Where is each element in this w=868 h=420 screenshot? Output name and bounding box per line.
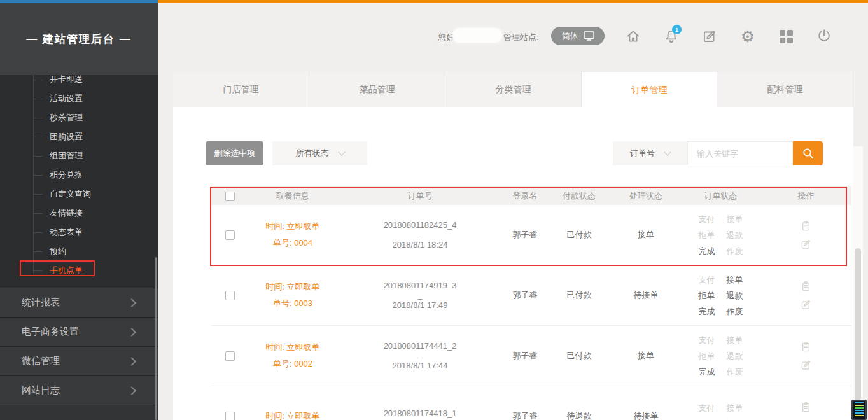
process-status: 待接单 — [611, 410, 681, 420]
select-all-checkbox[interactable] — [225, 192, 235, 201]
sidebar-menu-item[interactable]: 团购设置 — [0, 127, 158, 146]
sidebar-menu-item-label: 秒杀管理 — [50, 113, 83, 122]
chevron-right-icon — [127, 386, 136, 395]
language-label: 简体 — [562, 31, 578, 42]
sidebar-section[interactable]: 电子商务设置 — [0, 317, 158, 346]
row-checkbox[interactable] — [225, 291, 235, 300]
clipboard-icon[interactable] — [799, 340, 813, 354]
pickup-time: 时间: 立即取单 — [248, 339, 337, 356]
tab[interactable]: 配料管理 — [717, 72, 853, 107]
tab[interactable]: 菜品管理 — [309, 72, 445, 107]
sidebar-menu-item[interactable]: 组团管理 — [0, 146, 158, 165]
order-number-wrap: _ — [337, 293, 503, 298]
sidebar-menu-item-label: 手机点单 — [50, 265, 83, 275]
row-checkbox[interactable] — [225, 230, 235, 240]
page-scrollbar-thumb[interactable] — [855, 248, 861, 401]
status-link[interactable]: 完成 — [698, 364, 716, 380]
tab[interactable]: 分类管理 — [445, 72, 582, 107]
process-status: 接单 — [611, 229, 681, 241]
search-button[interactable] — [793, 141, 823, 165]
status-link[interactable]: 作废 — [726, 304, 744, 319]
status-link[interactable]: 拒单 — [698, 416, 716, 420]
keyword-input[interactable] — [687, 141, 793, 165]
greeting-text: 您好 — [438, 32, 454, 43]
status-link[interactable]: 接单 — [726, 400, 744, 416]
status-link[interactable]: 退款 — [726, 288, 744, 304]
compose-icon[interactable] — [701, 28, 718, 45]
status-link[interactable]: 完成 — [698, 243, 716, 259]
clipboard-icon[interactable] — [799, 401, 813, 414]
order-status-links: 支付接单拒单退款完成作废 — [681, 332, 760, 380]
pickup-number: 单号: 0002 — [248, 356, 337, 372]
status-link[interactable]: 退款 — [726, 348, 744, 364]
status-link[interactable]: 接单 — [726, 211, 744, 227]
chevron-down-icon — [664, 148, 671, 155]
grid-icon[interactable] — [778, 28, 794, 45]
edit-icon[interactable] — [799, 298, 813, 311]
sidebar-menu-item[interactable]: 手机点单 — [0, 261, 158, 280]
status-link[interactable]: 支付 — [698, 400, 716, 416]
sidebar: — 建站管理后台 — 开卡即送活动设置秒杀管理团购设置组团管理积分兑换自定义查询… — [0, 3, 158, 420]
sidebar-menu-item[interactable]: 友情链接 — [0, 204, 158, 223]
status-filter-select[interactable]: 所有状态 — [272, 141, 367, 165]
tab[interactable]: 订单管理 — [582, 72, 717, 108]
delete-selected-button[interactable]: 删除选中项 — [206, 141, 263, 165]
sidebar-section[interactable]: 统计报表 — [0, 288, 158, 317]
row-checkbox[interactable] — [225, 351, 235, 361]
sidebar-menu-item[interactable]: 动态表单 — [0, 223, 158, 242]
edit-icon[interactable] — [799, 358, 813, 372]
edit-icon[interactable] — [799, 237, 813, 251]
sidebar-menu-item-label: 组团管理 — [50, 151, 83, 160]
status-link[interactable]: 支付 — [698, 211, 716, 227]
status-link[interactable]: 作废 — [726, 364, 744, 380]
sidebar-menu-item[interactable]: 积分兑换 — [0, 165, 158, 185]
table-body: 时间: 立即取单 单号: 0004 20180801182425_4 _ 201… — [211, 205, 851, 420]
process-status: 待接单 — [611, 290, 681, 301]
login-name: 郭子睿 — [503, 229, 547, 241]
sidebar-menu-item[interactable]: 预约 — [0, 242, 158, 261]
sidebar-menu-item[interactable]: 自定义查询 — [0, 185, 158, 204]
clipboard-icon[interactable] — [799, 280, 813, 293]
color-bars-widget — [851, 400, 867, 420]
search-field-value: 订单号 — [630, 148, 655, 159]
row-checkbox[interactable] — [225, 412, 235, 420]
status-link[interactable]: 接单 — [726, 332, 744, 348]
sidebar-scrollbar-thumb[interactable] — [155, 257, 157, 420]
order-status-links: 支付接单拒单退款完成作废 — [681, 272, 760, 319]
gear-icon[interactable]: ⚙ — [739, 28, 756, 45]
column-header: 操作 — [760, 190, 851, 202]
status-link[interactable]: 退款 — [726, 416, 744, 420]
sidebar-section[interactable]: 微信管理 — [0, 346, 158, 375]
sidebar-menu-item[interactable]: 秒杀管理 — [0, 108, 158, 127]
orders-table: 取餐信息 订单号 登录名 付款状态 处理状态 订单状态 操作 时间: 立即取单 … — [211, 186, 851, 420]
power-icon[interactable] — [816, 28, 832, 45]
sidebar-section[interactable]: 网站日志 — [0, 375, 158, 405]
bell-icon[interactable]: 1 — [663, 28, 680, 45]
status-link[interactable]: 接单 — [726, 272, 744, 288]
topbar-orange-strip — [158, 0, 868, 3]
status-link[interactable]: 退款 — [726, 227, 744, 243]
table-row: 时间: 立即取单 单号: 0002 20180801174441_2 _ 201… — [211, 326, 851, 386]
status-link[interactable]: 拒单 — [698, 227, 716, 243]
tab[interactable]: 门店管理 — [173, 72, 309, 107]
status-link[interactable]: 拒单 — [698, 288, 716, 304]
clipboard-icon[interactable] — [799, 220, 813, 233]
sidebar-menu-item[interactable]: 活动设置 — [0, 89, 158, 108]
search-field-select[interactable]: 订单号 — [613, 141, 687, 165]
status-link[interactable]: 作废 — [726, 243, 744, 259]
column-header: 订单状态 — [681, 190, 760, 202]
home-icon[interactable] — [625, 28, 641, 45]
status-link[interactable]: 支付 — [698, 272, 716, 288]
status-link[interactable]: 支付 — [698, 332, 716, 348]
sidebar-menu-item-label: 自定义查询 — [50, 189, 91, 199]
status-filter-value: 所有状态 — [296, 148, 329, 159]
sidebar-menu-item-label: 友情链接 — [50, 208, 83, 218]
status-link[interactable]: 拒单 — [698, 348, 716, 364]
sidebar-section-label: 微信管理 — [22, 355, 60, 367]
language-pill-button[interactable]: 简体 — [551, 27, 605, 45]
sidebar-menu: 开卡即送活动设置秒杀管理团购设置组团管理积分兑换自定义查询友情链接动态表单预约手… — [0, 70, 158, 280]
sidebar-menu-item-label: 预约 — [50, 246, 66, 256]
pickup-time: 时间: 立即取单 — [248, 279, 337, 295]
status-link[interactable]: 完成 — [698, 304, 716, 319]
pickup-time: 时间: 立即取单 — [248, 218, 337, 235]
